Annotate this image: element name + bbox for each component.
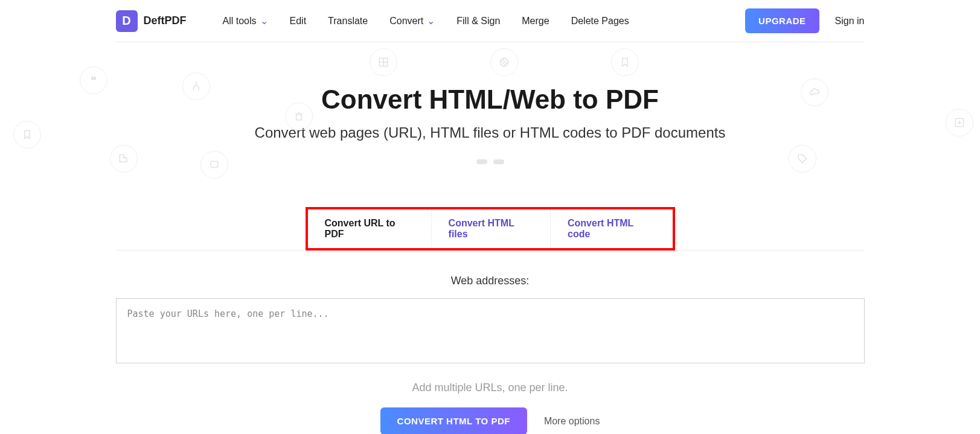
bookmark-icon [611,48,639,76]
tabs-highlight-box: Convert URL to PDF Convert HTML files Co… [306,207,675,251]
svg-rect-3 [296,114,301,120]
nav-label: Convert [389,16,423,27]
nav-merge[interactable]: Merge [522,16,549,27]
tab-convert-code[interactable]: Convert HTML code [551,209,673,248]
pager-dots [128,159,853,164]
web-addresses-label: Web addresses: [116,275,865,287]
tag-icon [789,145,816,173]
cloud-icon [801,78,828,106]
chevron-down-icon: ⌄ [427,15,435,27]
url-hint: Add multiple URLs, one per line. [116,381,865,394]
nav-fill-sign[interactable]: Fill & Sign [456,16,500,27]
page-title: Convert HTML/Web to PDF [128,85,853,115]
plus-icon [946,109,973,136]
nav-delete-pages[interactable]: Delete Pages [571,16,629,27]
add-note-icon [200,151,228,179]
logo-text: DeftPDF [144,14,187,27]
tab-convert-files[interactable]: Convert HTML files [432,209,551,248]
form-area: Web addresses: Add multiple URLs, one pe… [116,251,865,434]
quote-icon: ❝ [80,66,107,94]
dot [493,159,504,164]
dot [476,159,487,164]
signin-link[interactable]: Sign in [835,16,865,27]
page-subtitle: Convert web pages (URL), HTML files or H… [128,124,853,141]
bookmark-icon [13,121,41,148]
convert-button[interactable]: CONVERT HTML TO PDF [380,407,527,434]
grid-icon [370,48,397,76]
nav: All tools ⌄ Edit Translate Convert ⌄ Fil… [223,15,629,27]
tab-convert-url[interactable]: Convert URL to PDF [308,209,432,248]
svg-rect-2 [211,161,218,167]
nav-all-tools[interactable]: All tools ⌄ [223,15,268,27]
logo[interactable]: D DeftPDF [116,10,187,32]
header: D DeftPDF All tools ⌄ Edit Translate Con… [116,0,865,42]
trash-icon [285,103,313,130]
puzzle-icon [110,145,138,173]
url-input[interactable] [116,298,865,363]
chevron-down-icon: ⌄ [260,15,268,27]
upgrade-button[interactable]: UPGRADE [745,8,819,33]
nav-edit[interactable]: Edit [290,16,307,27]
nav-convert[interactable]: Convert ⌄ [389,15,435,27]
more-options-link[interactable]: More options [544,416,600,427]
hero: ❝ Convert HTML/Web to PDF Convert web pa… [116,42,865,182]
tabs-section: Convert URL to PDF Convert HTML files Co… [116,206,865,251]
logo-icon: D [116,10,138,32]
merge-icon [182,72,210,100]
nav-label: All tools [223,16,257,27]
nav-translate[interactable]: Translate [328,16,368,27]
action-row: CONVERT HTML TO PDF More options [116,407,865,434]
hatch-icon [490,48,518,76]
